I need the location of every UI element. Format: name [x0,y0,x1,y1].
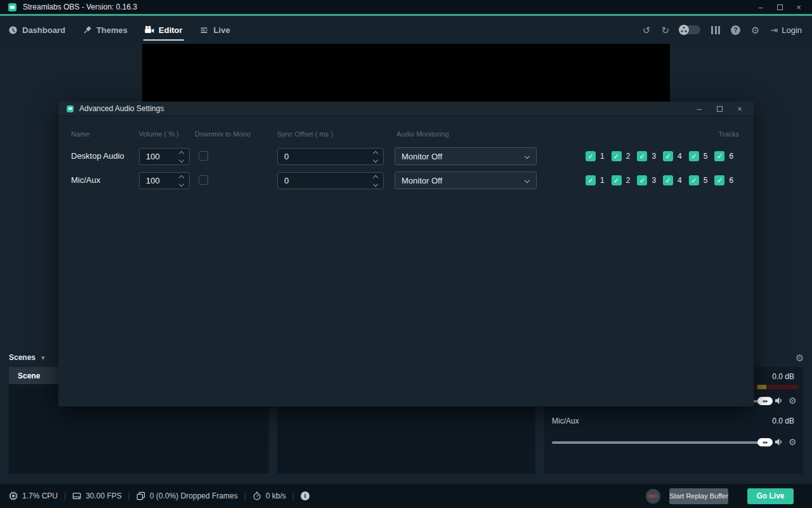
track-checkbox-checked[interactable]: ✓ [689,151,699,161]
track-checkbox-checked[interactable]: ✓ [586,151,596,161]
help-button[interactable]: ? [731,25,740,35]
mixer-source2-slider-handle[interactable]: ◂▸ [757,438,773,446]
mixer-source2-settings-button[interactable]: ⚙ [789,437,797,447]
tab-themes[interactable]: Themes [82,16,128,44]
scenes-panel-header: Scenes ▾ [9,353,45,362]
disk-icon [72,491,81,500]
layout-columns-button[interactable] [711,26,720,34]
record-button[interactable]: REC [646,489,660,504]
track-checkbox-checked[interactable]: ✓ [637,151,647,161]
track-checkbox-checked[interactable]: ✓ [663,175,673,185]
window-maximize-button[interactable] [774,3,785,12]
mixer-source1-settings-button[interactable]: ⚙ [789,396,797,406]
tab-live[interactable]: Live [200,16,230,44]
info-icon[interactable]: i [301,491,310,500]
dialog-minimize-button[interactable]: – [693,104,705,114]
audio-source-row: Desktop Audio 100 0 Monitor Off ✓1 ✓2 ✓3… [58,144,754,168]
volume-input[interactable]: 100 [139,148,190,165]
track-checkbox-checked[interactable]: ✓ [714,175,724,185]
undo-button[interactable]: ↺ [643,25,651,35]
mixer-source1-slider-handle[interactable]: ◂▸ [757,397,773,405]
spinner-arrows-icon[interactable] [374,152,377,162]
redo-button[interactable]: ↻ [661,25,669,35]
advanced-audio-settings-dialog: Advanced Audio Settings – × Name Volume … [58,102,754,406]
sync-offset-input[interactable]: 0 [277,148,384,165]
handle-right-arrow-icon: ▸ [766,397,768,405]
scene-item-label: Scene [18,371,40,380]
sync-offset-input[interactable]: 0 [277,172,384,189]
settings-gear-button[interactable]: ⚙ [751,25,759,35]
scenes-dropdown-caret-icon[interactable]: ▾ [41,354,45,362]
mixer-source2-mute-button[interactable] [775,438,783,446]
track-checkbox-checked[interactable]: ✓ [612,151,622,161]
audio-monitoring-value: Monitor Off [402,176,525,185]
window-titlebar: Streamlabs OBS - Version: 0.16.3 – × [0,0,812,14]
audio-source-row: Mic/Aux 100 0 Monitor Off ✓1 ✓2 ✓3 ✓4 ✓5… [58,168,754,192]
dropped-frames-status: 0 (0.0%) Dropped Frames [136,491,238,500]
start-replay-buffer-button[interactable]: Start Replay Buffer [669,488,728,504]
streamlabs-logo-icon [8,3,16,11]
track-checkbox-checked[interactable]: ✓ [637,175,647,185]
login-label: Login [782,25,802,35]
spinner-arrows-icon[interactable] [374,176,377,186]
studio-mode-toggle[interactable] [680,25,700,34]
tab-live-label: Live [214,25,230,35]
window-minimize-button[interactable]: – [755,3,766,12]
tracks-group: ✓1 ✓2 ✓3 ✓4 ✓5 ✓6 [586,144,733,168]
dropped-frames-value: 0 (0.0%) Dropped Frames [150,491,238,500]
downmix-checkbox-unchecked[interactable] [199,175,208,185]
dialog-close-button[interactable]: × [734,104,745,114]
column-header-volume: Volume ( % ) [139,130,179,138]
status-bar: 1.7% CPU | 30.00 FPS | 0 (0.0%) Dropped … [0,484,812,508]
dialog-title: Advanced Audio Settings [79,104,164,113]
editor-icon [145,25,154,35]
login-button[interactable]: ⇥ Login [770,25,802,35]
window-title: Streamlabs OBS - Version: 0.16.3 [23,3,137,11]
volume-input[interactable]: 100 [139,172,190,189]
meter-peak-segment [757,385,766,389]
handle-left-arrow-icon: ◂ [762,438,764,446]
film-reel-icon [678,24,690,36]
track-checkbox-checked[interactable]: ✓ [663,151,673,161]
track-checkbox-checked[interactable]: ✓ [714,151,724,161]
window-close-button[interactable]: × [793,3,804,12]
mixer-source2-db-value: 0.0 dB [772,417,794,425]
top-navbar: Dashboard Themes Editor Live ↺ ↻ ? ⚙ [0,16,812,44]
spinner-arrows-icon[interactable] [180,152,183,162]
audio-monitoring-select[interactable]: Monitor Off [395,171,537,189]
mixer-source2-slider-track[interactable] [552,441,773,444]
mixer-settings-gear-button[interactable]: ⚙ [796,352,804,364]
track-checkbox-checked[interactable]: ✓ [689,175,699,185]
tracks-group: ✓1 ✓2 ✓3 ✓4 ✓5 ✓6 [586,168,733,192]
audio-monitoring-select[interactable]: Monitor Off [395,147,537,165]
tab-dashboard-label: Dashboard [22,25,65,35]
track-checkbox-checked[interactable]: ✓ [612,175,622,185]
sync-offset-value: 0 [284,152,374,161]
source-name-label: Desktop Audio [71,144,124,168]
dashboard-icon [8,25,18,35]
dialog-titlebar[interactable]: Advanced Audio Settings – × [58,102,754,116]
tab-themes-label: Themes [96,25,128,35]
audio-monitoring-value: Monitor Off [402,152,525,161]
track-checkbox-checked[interactable]: ✓ [586,175,596,185]
column-header-tracks: Tracks [718,130,739,138]
dialog-maximize-button[interactable] [714,104,725,114]
spinner-arrows-icon[interactable] [180,176,183,186]
login-arrow-icon: ⇥ [770,25,778,35]
volume-value: 100 [146,152,180,161]
bitrate-status: 0 kb/s [252,491,286,500]
tab-editor[interactable]: Editor [145,16,183,44]
tab-dashboard[interactable]: Dashboard [8,16,65,44]
fps-status: 30.00 FPS [72,491,122,500]
scenes-header-label: Scenes [9,353,36,362]
mixer-source1-db-value: 0.0 dB [772,372,794,381]
mixer-source1-mute-button[interactable] [775,396,783,405]
column-header-downmix: Downmix to Mono [195,130,251,138]
fps-value: 30.00 FPS [86,491,122,500]
sync-offset-value: 0 [284,176,374,185]
maximize-icon [777,4,783,10]
go-live-button[interactable]: Go Live [747,488,794,504]
downmix-checkbox-unchecked[interactable] [199,151,208,161]
cpu-chip-icon [9,491,18,500]
column-header-audio-monitoring: Audio Monitoring [396,130,449,138]
